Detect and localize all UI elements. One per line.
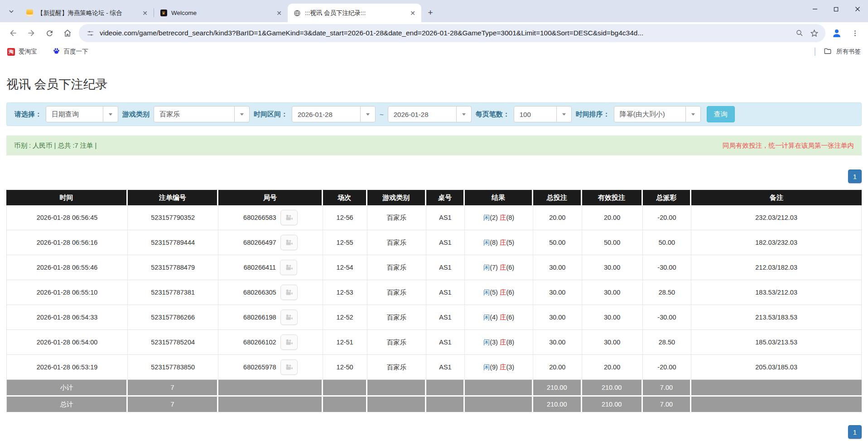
- time-sort-value: 降幂(由大到小): [614, 107, 685, 122]
- browser-tab-active[interactable]: :::视讯 会员下注纪录::: ✕: [288, 4, 421, 22]
- all-bookmarks[interactable]: 所有书签: [815, 47, 861, 57]
- subtotal-count: 7: [128, 380, 218, 397]
- reload-button[interactable]: [41, 24, 58, 42]
- chevron-down-icon[interactable]: [360, 107, 375, 122]
- game-category-select[interactable]: 百家乐: [154, 106, 250, 122]
- chevron-down-icon[interactable]: [556, 107, 571, 122]
- chevron-down-icon[interactable]: [685, 107, 700, 122]
- subtotal-label: 小计: [6, 380, 128, 397]
- browser-menu-kebab-icon[interactable]: [846, 24, 863, 42]
- table-row: 2026-01-28 06:56:16 523157789444 6802664…: [6, 230, 862, 255]
- cell-result: 闲(2) 庄(8): [465, 205, 533, 230]
- zoom-icon[interactable]: [795, 28, 805, 38]
- table-row: 2026-01-28 06:55:10 523157787381 6802663…: [6, 280, 862, 305]
- game-category-label: 游戏类别: [122, 110, 149, 119]
- bookmark-label: 爱淘宝: [19, 48, 37, 56]
- tab-close-icon[interactable]: ✕: [141, 9, 149, 17]
- pagination-top: 1: [6, 170, 862, 183]
- date-end-value: 2026-01-28: [388, 107, 456, 122]
- cell-bet-id: 523157785204: [128, 330, 218, 355]
- window-controls: [804, 0, 868, 18]
- cell-total-bet[interactable]: 30.00: [533, 255, 582, 280]
- col-round-id: 局号: [218, 190, 323, 205]
- cell-total-bet[interactable]: 30.00: [533, 330, 582, 355]
- cell-total-bet[interactable]: 30.00: [533, 280, 582, 305]
- round-id-text: 680266497: [243, 239, 276, 246]
- bookmark-baidu[interactable]: 百度一下: [53, 47, 88, 56]
- close-window-button[interactable]: [847, 0, 868, 18]
- date-end-select[interactable]: 2026-01-28: [388, 106, 472, 122]
- banker-result-value: (8): [506, 214, 514, 221]
- page-1-button[interactable]: 1: [848, 170, 862, 183]
- cell-time: 2026-01-28 06:54:33: [6, 305, 128, 330]
- per-page-value: 100: [514, 107, 556, 122]
- back-button[interactable]: [5, 24, 22, 42]
- video-replay-button[interactable]: [280, 359, 298, 375]
- table-row: 2026-01-28 06:55:46 523157788479 6802664…: [6, 255, 862, 280]
- time-sort-select[interactable]: 降幂(由大到小): [614, 106, 701, 122]
- cell-valid-bet: 50.00: [582, 230, 643, 255]
- col-table-no: 桌号: [426, 190, 465, 205]
- query-button[interactable]: 查询: [707, 106, 735, 122]
- tab-close-icon[interactable]: ✕: [409, 9, 417, 17]
- col-total-bet: 总投注: [533, 190, 582, 205]
- url-text[interactable]: videoie.com/game/betrecord_search/kind3?…: [100, 29, 790, 37]
- col-valid-bet: 有效投注: [582, 190, 643, 205]
- cell-payout: -20.00: [643, 355, 692, 380]
- browser-tab-2[interactable]: ♛ Welcome ✕: [154, 4, 288, 22]
- table-body: 2026-01-28 06:56:45 523157790352 6802665…: [6, 205, 862, 380]
- cell-game: 百家乐: [367, 280, 426, 305]
- video-replay-button[interactable]: [280, 210, 298, 225]
- maximize-button[interactable]: [825, 0, 847, 18]
- cell-note: 232.03/212.03: [691, 205, 862, 230]
- banker-result-value: (6): [506, 289, 514, 296]
- query-type-select[interactable]: 日期查询: [46, 106, 118, 122]
- tab-close-icon[interactable]: ✕: [275, 9, 283, 17]
- cell-session: 12-54: [323, 255, 367, 280]
- globe-favicon-icon: [294, 10, 301, 17]
- forward-button[interactable]: [23, 24, 40, 42]
- profile-avatar[interactable]: [828, 24, 845, 42]
- page-1-button[interactable]: 1: [848, 425, 862, 439]
- site-settings-icon[interactable]: [85, 28, 95, 38]
- cell-bet-id: 523157788479: [128, 255, 218, 280]
- per-page-select[interactable]: 100: [514, 106, 572, 122]
- cell-table-no: AS1: [426, 280, 465, 305]
- cell-total-bet[interactable]: 20.00: [533, 205, 582, 230]
- chevron-down-icon[interactable]: [103, 107, 118, 122]
- video-replay-button[interactable]: [280, 310, 298, 325]
- new-tab-button[interactable]: +: [424, 6, 437, 19]
- video-replay-button[interactable]: [280, 260, 297, 275]
- cell-payout: -20.00: [643, 205, 692, 230]
- cell-bet-id: 523157790352: [128, 205, 218, 230]
- cell-total-bet[interactable]: 20.00: [533, 355, 582, 380]
- bookmark-taobao[interactable]: 淘 爱淘宝: [7, 48, 37, 56]
- cell-time: 2026-01-28 06:54:00: [6, 330, 128, 355]
- tab-search-chevron-icon[interactable]: [6, 6, 16, 16]
- total-total-bet: 210.00: [533, 397, 582, 413]
- cell-valid-bet: 30.00: [582, 280, 643, 305]
- total-payout: 7.00: [643, 397, 692, 413]
- tab-title: :::视讯 会员下注纪录:::: [305, 9, 405, 17]
- table-row: 2026-01-28 06:54:00 523157785204 6802661…: [6, 330, 862, 355]
- col-result: 结果: [465, 190, 533, 205]
- cell-table-no: AS1: [426, 255, 465, 280]
- cell-total-bet[interactable]: 30.00: [533, 305, 582, 330]
- video-replay-button[interactable]: [280, 235, 298, 250]
- browser-tab-1[interactable]: 【新提醒】海燕策略论坛 - 综合 ✕: [20, 4, 154, 22]
- minimize-button[interactable]: [804, 0, 825, 18]
- video-replay-button[interactable]: [280, 334, 298, 350]
- player-result-label: 闲: [483, 289, 490, 296]
- bookmark-label: 百度一下: [64, 48, 88, 56]
- date-start-select[interactable]: 2026-01-28: [292, 106, 376, 122]
- cell-valid-bet: 30.00: [582, 330, 643, 355]
- cell-result: 闲(3) 庄(8): [465, 330, 533, 355]
- video-replay-button[interactable]: [280, 285, 298, 300]
- cell-total-bet[interactable]: 50.00: [533, 230, 582, 255]
- bookmark-star-icon[interactable]: [809, 28, 819, 38]
- address-bar[interactable]: videoie.com/game/betrecord_search/kind3?…: [79, 24, 825, 42]
- home-button[interactable]: [59, 24, 76, 42]
- chevron-down-icon[interactable]: [234, 107, 249, 122]
- chevron-down-icon[interactable]: [456, 107, 471, 122]
- tab-title: 【新提醒】海燕策略论坛 - 综合: [37, 9, 137, 17]
